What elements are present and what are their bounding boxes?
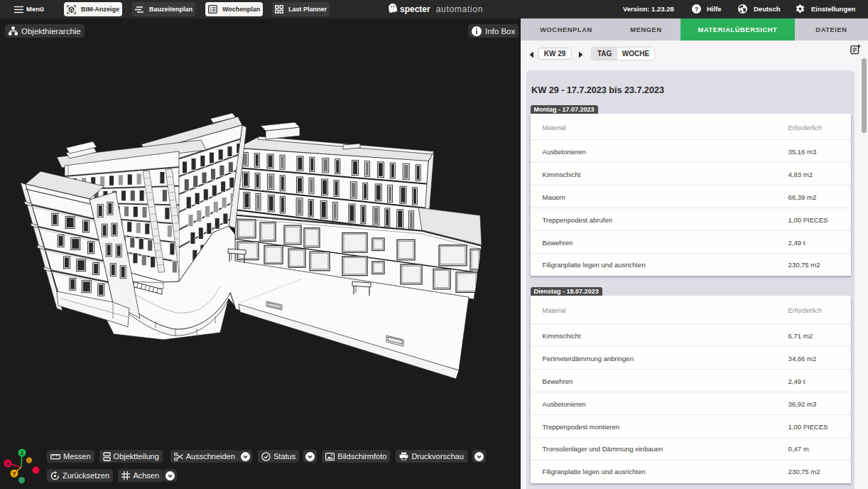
svg-text:?: ? (695, 6, 699, 13)
svg-text:X: X (6, 461, 10, 466)
svg-text:Y: Y (13, 471, 16, 476)
svg-text:Z: Z (21, 451, 24, 456)
